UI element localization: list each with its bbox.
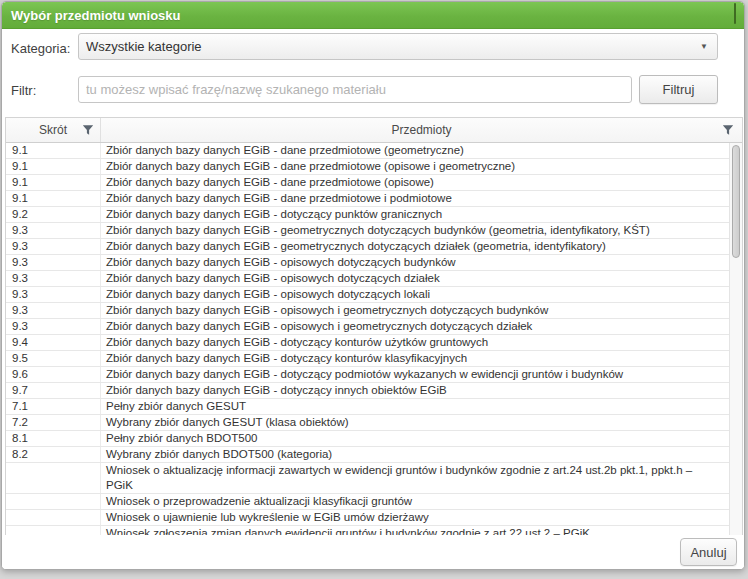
table-row[interactable]: 9.3 Zbiór danych bazy danych EGiB - geom…	[6, 223, 729, 239]
row-subject-cell: Zbiór danych bazy danych EGiB - geometry…	[101, 239, 729, 254]
row-code-cell: 9.3	[6, 287, 101, 302]
table-row[interactable]: 9.2 Zbiór danych bazy danych EGiB - doty…	[6, 207, 729, 223]
row-code-cell: 9.1	[6, 159, 101, 174]
row-code-cell	[6, 510, 101, 525]
row-code-cell	[6, 494, 101, 509]
table-row[interactable]: Wniosek o ujawnienie lub wykreślenie w E…	[6, 510, 729, 526]
row-code-cell: 7.1	[6, 399, 101, 414]
row-code-cell: 9.1	[6, 143, 101, 158]
table-row[interactable]: 9.3 Zbiór danych bazy danych EGiB - opis…	[6, 319, 729, 335]
row-code-cell: 9.3	[6, 271, 101, 286]
table-row[interactable]: 9.3 Zbiór danych bazy danych EGiB - opis…	[6, 287, 729, 303]
table-row[interactable]: 9.1 Zbiór danych bazy danych EGiB - dane…	[6, 159, 729, 175]
filter-input[interactable]	[78, 76, 632, 103]
table-header: Skrót Przedmioty	[6, 118, 742, 143]
table-row[interactable]: 7.1 Pełny zbiór danych GESUT	[6, 399, 729, 415]
row-subject-cell: Wniosek o przeprowadzenie aktualizacji k…	[101, 494, 729, 509]
row-code-cell: 9.3	[6, 255, 101, 270]
filter-label: Filtr:	[11, 83, 36, 98]
dialog-wybor-przedmiotu: Wybór przedmiotu wniosku Kategoria: Wszy…	[1, 1, 745, 570]
filter-funnel-icon[interactable]	[82, 124, 94, 136]
row-code-cell: 9.3	[6, 239, 101, 254]
row-code-cell: 9.3	[6, 223, 101, 238]
row-code-cell: 9.1	[6, 191, 101, 206]
row-subject-cell: Zbiór danych bazy danych EGiB - opisowyc…	[101, 319, 729, 334]
table-row[interactable]: 9.1 Zbiór danych bazy danych EGiB - dane…	[6, 143, 729, 159]
category-selected-value: Wszystkie kategorie	[79, 39, 202, 54]
row-subject-cell: Wybrany zbiór danych BDOT500 (kategoria)	[101, 447, 729, 462]
vertical-scrollbar[interactable]	[729, 143, 742, 536]
row-subject-cell: Zbiór danych bazy danych EGiB - dotycząc…	[101, 367, 729, 382]
table-row[interactable]: Wniosek o aktualizację informacji zawart…	[6, 463, 729, 494]
filter-button[interactable]: Filtruj	[639, 75, 718, 104]
chevron-down-icon: ▼	[700, 42, 717, 51]
category-label: Kategoria:	[11, 41, 70, 56]
row-subject-cell: Zbiór danych bazy danych EGiB - opisowyc…	[101, 303, 729, 318]
row-subject-cell: Zbiór danych bazy danych EGiB - geometry…	[101, 223, 729, 238]
scrollbar-thumb[interactable]	[732, 145, 740, 258]
column-header-przedmioty-label: Przedmioty	[391, 123, 451, 137]
table-row[interactable]: Wniosek o przeprowadzenie aktualizacji k…	[6, 494, 729, 510]
row-code-cell	[6, 463, 101, 493]
table-row[interactable]: 9.7 Zbiór danych bazy danych EGiB - doty…	[6, 383, 729, 399]
table-row[interactable]: 9.5 Zbiór danych bazy danych EGiB - doty…	[6, 351, 729, 367]
row-subject-cell: Pełny zbiór danych GESUT	[101, 399, 729, 414]
row-code-cell: 9.7	[6, 383, 101, 398]
row-subject-cell: Zbiór danych bazy danych EGiB - dane prz…	[101, 191, 729, 206]
row-subject-cell: Zbiór danych bazy danych EGiB - dane prz…	[101, 175, 729, 190]
row-code-cell: 9.2	[6, 207, 101, 222]
row-subject-cell: Wybrany zbiór danych GESUT (klasa obiekt…	[101, 415, 729, 430]
table-row[interactable]: 9.3 Zbiór danych bazy danych EGiB - opis…	[6, 271, 729, 287]
row-subject-cell: Wniosek o ujawnienie lub wykreślenie w E…	[101, 510, 729, 525]
table-body: 9.1 Zbiór danych bazy danych EGiB - dane…	[6, 143, 729, 536]
row-code-cell: 9.1	[6, 175, 101, 190]
row-subject-cell: Zbiór danych bazy danych EGiB - dotycząc…	[101, 351, 729, 366]
row-subject-cell: Zbiór danych bazy danych EGiB - dotycząc…	[101, 335, 729, 350]
row-code-cell: 7.2	[6, 415, 101, 430]
row-code-cell: 9.6	[6, 367, 101, 382]
table-row[interactable]: 9.3 Zbiór danych bazy danych EGiB - opis…	[6, 303, 729, 319]
table-row[interactable]: 9.4 Zbiór danych bazy danych EGiB - doty…	[6, 335, 729, 351]
table-row[interactable]: 9.3 Zbiór danych bazy danych EGiB - geom…	[6, 239, 729, 255]
column-header-przedmioty[interactable]: Przedmioty	[101, 118, 742, 142]
row-code-cell: 9.3	[6, 319, 101, 334]
table-row[interactable]: 7.2 Wybrany zbiór danych GESUT (klasa ob…	[6, 415, 729, 431]
subjects-table: Skrót Przedmioty 9.1 Zbiór danych bazy d…	[5, 117, 743, 536]
row-code-cell: 9.5	[6, 351, 101, 366]
window-controls	[727, 6, 744, 24]
dialog-title: Wybór przedmiotu wniosku	[2, 8, 181, 23]
table-row[interactable]: 8.1 Pełny zbiór danych BDOT500	[6, 431, 729, 447]
row-subject-cell: Zbiór danych bazy danych EGiB - dotycząc…	[101, 383, 729, 398]
category-select[interactable]: Wszystkie kategorie ▼	[78, 33, 718, 60]
cancel-button[interactable]: Anuluj	[680, 538, 737, 566]
row-code-cell: 8.2	[6, 447, 101, 462]
dialog-footer: Anuluj	[2, 535, 744, 569]
table-row[interactable]: 9.6 Zbiór danych bazy danych EGiB - doty…	[6, 367, 729, 383]
row-code-cell: 8.1	[6, 431, 101, 446]
row-code-cell: 9.4	[6, 335, 101, 350]
row-subject-cell: Pełny zbiór danych BDOT500	[101, 431, 729, 446]
row-subject-cell: Zbiór danych bazy danych EGiB - dotycząc…	[101, 207, 729, 222]
table-row[interactable]: 9.1 Zbiór danych bazy danych EGiB - dane…	[6, 191, 729, 207]
titlebar[interactable]: Wybór przedmiotu wniosku	[2, 2, 744, 29]
row-subject-cell: Zbiór danych bazy danych EGiB - opisowyc…	[101, 255, 729, 270]
table-row[interactable]: 9.3 Zbiór danych bazy danych EGiB - opis…	[6, 255, 729, 271]
column-header-skrot-label: Skrót	[39, 123, 67, 137]
table-row[interactable]: 9.1 Zbiór danych bazy danych EGiB - dane…	[6, 175, 729, 191]
row-code-cell: 9.3	[6, 303, 101, 318]
column-header-skrot[interactable]: Skrót	[6, 118, 101, 142]
row-subject-cell: Zbiór danych bazy danych EGiB - dane prz…	[101, 159, 729, 174]
row-subject-cell: Zbiór danych bazy danych EGiB - opisowyc…	[101, 271, 729, 286]
row-subject-cell: Wniosek o aktualizację informacji zawart…	[101, 463, 729, 493]
row-subject-cell: Zbiór danych bazy danych EGiB - dane prz…	[101, 143, 729, 158]
table-row[interactable]: 8.2 Wybrany zbiór danych BDOT500 (katego…	[6, 447, 729, 463]
row-subject-cell: Zbiór danych bazy danych EGiB - opisowyc…	[101, 287, 729, 302]
maximize-icon[interactable]	[734, 6, 736, 24]
filter-funnel-icon[interactable]	[722, 124, 734, 136]
